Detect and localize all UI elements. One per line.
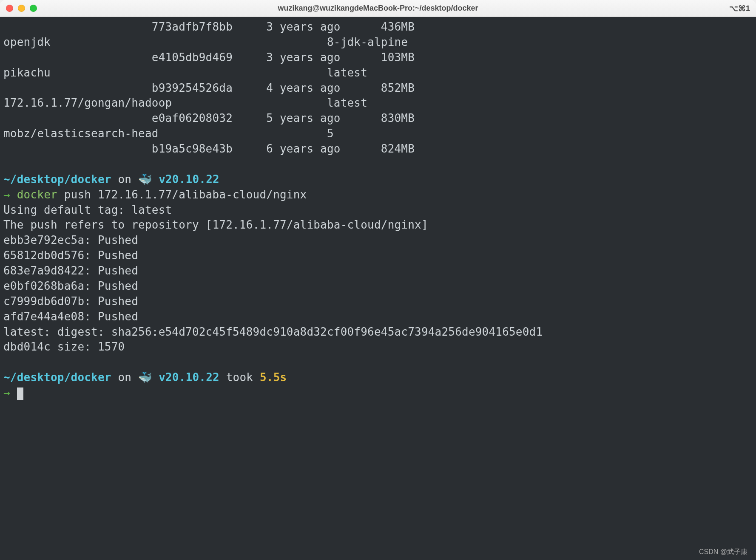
traffic-lights [6,5,37,12]
prompt-arrow-icon: → [3,188,10,201]
push-layer-line: ebb3e792ec5a: Pushed [3,234,138,246]
push-layer-line: e0bf0268ba6a: Pushed [3,280,138,292]
terminal-window: wuzikang@wuzikangdeMacBook-Pro:~/desktop… [0,0,756,560]
close-icon[interactable] [6,5,13,12]
digest-line: dbd014c size: 1570 [3,340,125,353]
watermark: CSDN @武子康 [699,548,747,557]
digest-line: latest: digest: sha256:e54d702c45f5489dc… [3,325,543,338]
docker-version: v20.10.22 [159,173,219,186]
terminal-content[interactable]: 773adfb7f8bb 3 years ago 436MB openjdk 8… [0,17,756,560]
whale-icon: 🐳 [138,173,152,186]
keyboard-shortcut-label: ⌥⌘1 [729,4,750,13]
push-layer-line: afd7e44a4e08: Pushed [3,310,138,323]
output-line: Using default tag: latest [3,204,172,216]
output-line: The push refers to repository [172.16.1.… [3,218,428,231]
command-name: docker [17,188,57,201]
titlebar: wuzikang@wuzikangdeMacBook-Pro:~/desktop… [0,0,756,17]
prompt-took: took [226,371,253,384]
docker-version: v20.10.22 [159,371,219,384]
cursor [17,387,23,400]
push-layer-line: c7999db6d07b: Pushed [3,295,138,308]
window-title: wuzikang@wuzikangdeMacBook-Pro:~/desktop… [278,4,478,13]
push-layer-line: 683e7a9d8422: Pushed [3,264,138,277]
prompt-on: on [118,371,132,384]
command-args: push 172.16.1.77/alibaba-cloud/nginx [64,188,307,201]
duration: 5.5s [260,371,287,384]
whale-icon: 🐳 [138,371,152,384]
minimize-icon[interactable] [18,5,25,12]
prompt-path: ~/desktop/docker [3,173,111,186]
push-layer-line: 65812db0d576: Pushed [3,249,138,262]
prompt-on: on [118,173,132,186]
maximize-icon[interactable] [30,5,37,12]
prompt-arrow-icon: → [3,386,10,399]
prompt-path: ~/desktop/docker [3,371,111,384]
